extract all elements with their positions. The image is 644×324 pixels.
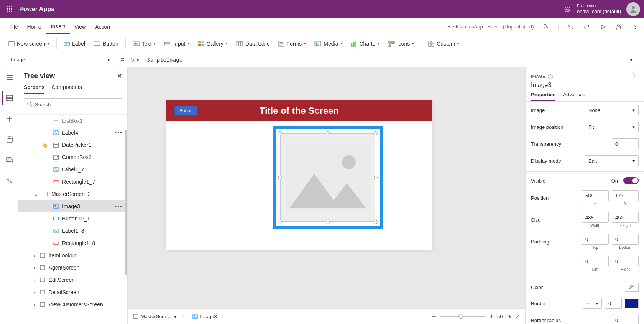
chevron-right-icon[interactable]: › — [34, 301, 36, 308]
tree-item[interactable]: ComboBox2 — [18, 151, 127, 163]
chevron-right-icon[interactable]: 〉 — [632, 72, 639, 80]
play-icon[interactable] — [599, 23, 607, 31]
position-y-input[interactable]: 177 — [612, 190, 639, 201]
info-icon[interactable]: ? — [548, 74, 553, 79]
image-select[interactable]: None▾ — [585, 105, 639, 115]
canvas-area[interactable]: Button Title of the Screen MasterScre...… — [128, 67, 525, 324]
transparency-input[interactable]: 0 — [612, 138, 639, 149]
resize-handle[interactable] — [278, 176, 282, 179]
new-screen-button[interactable]: New screen▾ — [5, 38, 53, 49]
tab-components[interactable]: Components — [51, 84, 82, 94]
tree-item[interactable]: Rectangle1_8 — [18, 237, 127, 249]
chevron-right-icon[interactable]: › — [34, 277, 36, 283]
tree-item[interactable]: Button10_1 — [18, 212, 127, 225]
menu-action[interactable]: Action — [90, 20, 115, 34]
insert-label-button[interactable]: Label — [60, 38, 89, 49]
width-input[interactable]: 488 — [582, 212, 609, 223]
screen-sample-button[interactable]: Button — [174, 106, 198, 116]
breadcrumb-screen[interactable]: MasterScre...▾ — [133, 314, 177, 319]
rail-media-icon[interactable] — [2, 153, 16, 167]
insert-charts-button[interactable]: Charts▾ — [347, 38, 383, 49]
chevron-down-icon[interactable]: ⌄ — [34, 191, 38, 197]
rail-treeview-icon[interactable] — [2, 91, 16, 105]
resize-handle[interactable] — [278, 131, 282, 135]
resize-handle[interactable] — [326, 131, 330, 135]
rail-insert-icon[interactable] — [2, 112, 16, 126]
scrollbar[interactable] — [125, 130, 127, 275]
tree-item-screen[interactable]: ›DetailScreen — [18, 286, 127, 298]
insert-gallery-button[interactable]: Gallery▾ — [194, 38, 232, 49]
tree-item[interactable]: Label1_7 — [18, 163, 127, 176]
user-avatar[interactable] — [626, 2, 640, 16]
resize-handle[interactable] — [278, 220, 282, 224]
insert-forms-button[interactable]: Forms▾ — [274, 38, 310, 49]
border-color-swatch[interactable] — [625, 299, 639, 308]
tree-item-screen[interactable]: ›ItemLookup — [18, 249, 127, 262]
insert-media-button[interactable]: Media▾ — [310, 38, 346, 49]
border-width-input[interactable]: 0 — [605, 298, 622, 309]
height-input[interactable]: 452 — [612, 212, 639, 223]
chevron-right-icon[interactable]: › — [34, 289, 36, 295]
padding-bottom-input[interactable]: 0 — [612, 234, 639, 245]
menu-insert[interactable]: Insert — [46, 20, 70, 34]
more-icon[interactable]: ••• — [115, 130, 123, 136]
canvas-screen[interactable]: Button Title of the Screen — [166, 100, 432, 250]
insert-icons-button[interactable]: Icons▾ — [384, 38, 418, 49]
tree-item[interactable]: Label4••• — [18, 127, 127, 139]
menu-home[interactable]: Home — [23, 20, 46, 34]
selected-image-control[interactable] — [273, 126, 383, 229]
imageposition-select[interactable]: Fit▾ — [585, 122, 639, 132]
tree-item[interactable]: Rectangle1_7 — [18, 176, 127, 188]
chevron-right-icon[interactable]: › — [34, 265, 36, 271]
formula-input[interactable]: SampleImage▾ — [143, 54, 637, 66]
rail-data-icon[interactable] — [2, 133, 16, 146]
tree-item-selected[interactable]: Image3••• — [18, 200, 127, 212]
waffle-icon[interactable] — [4, 3, 15, 15]
menu-view[interactable]: View — [70, 20, 90, 34]
app-checker-icon[interactable] — [542, 23, 550, 31]
resize-handle[interactable] — [326, 220, 330, 224]
rail-hamburger-icon[interactable] — [2, 71, 16, 84]
tree-item[interactable]: ▭ListBox1 — [18, 114, 127, 127]
fx-icon[interactable]: fx▾ — [131, 57, 139, 63]
undo-icon[interactable] — [567, 23, 575, 31]
visible-toggle[interactable] — [623, 177, 639, 184]
rail-advanced-tools-icon[interactable] — [2, 174, 16, 188]
share-icon[interactable] — [615, 23, 623, 31]
environment-picker[interactable]: Environment enayu.com (default) — [577, 4, 621, 15]
fit-screen-icon[interactable]: ⤢ — [515, 313, 520, 320]
breadcrumb-element[interactable]: Image3 — [192, 314, 217, 319]
displaymode-select[interactable]: Edit▾ — [585, 155, 639, 166]
tab-screens[interactable]: Screens — [24, 84, 44, 94]
border-radius-input[interactable]: 0 — [612, 315, 639, 324]
insert-custom-button[interactable]: Custom▾ — [424, 38, 463, 49]
zoom-in-icon[interactable]: + — [490, 313, 493, 320]
menu-file[interactable]: File — [5, 20, 23, 34]
padding-right-input[interactable]: 0 — [612, 256, 639, 266]
tab-properties[interactable]: Properties — [531, 92, 555, 101]
tree-item[interactable]: Label1_8 — [18, 225, 127, 237]
position-x-input[interactable]: 588 — [582, 190, 609, 201]
padding-left-input[interactable]: 0 — [582, 256, 609, 266]
tree-item-screen[interactable]: ›ViewCustomersScreen — [18, 298, 127, 311]
tree-item-screen[interactable]: ›AgentScreen — [18, 262, 127, 274]
insert-text-button[interactable]: abcText▾ — [129, 38, 160, 49]
padding-top-input[interactable]: 0 — [582, 234, 609, 245]
insert-button-button[interactable]: Button — [90, 38, 122, 49]
zoom-out-icon[interactable]: − — [432, 312, 436, 321]
border-style-select[interactable]: ─▾ — [583, 298, 602, 309]
tab-advanced[interactable]: Advanced — [563, 92, 585, 101]
search-input[interactable]: Search — [24, 98, 122, 110]
help-icon[interactable] — [631, 23, 639, 31]
resize-handle[interactable] — [374, 220, 378, 224]
more-icon[interactable]: ••• — [115, 203, 123, 209]
resize-handle[interactable] — [374, 131, 378, 135]
tree-item-screen[interactable]: ⌄MasterScreen_2 — [18, 188, 127, 200]
property-dropdown[interactable]: Image▾ — [7, 54, 114, 66]
close-icon[interactable]: ✕ — [117, 72, 122, 80]
tree-item[interactable]: 👆DatePicker1 — [18, 139, 127, 151]
chevron-right-icon[interactable]: › — [34, 252, 36, 258]
resize-handle[interactable] — [374, 176, 378, 179]
color-swatch[interactable] — [625, 283, 639, 292]
insert-input-button[interactable]: Input▾ — [160, 38, 193, 49]
